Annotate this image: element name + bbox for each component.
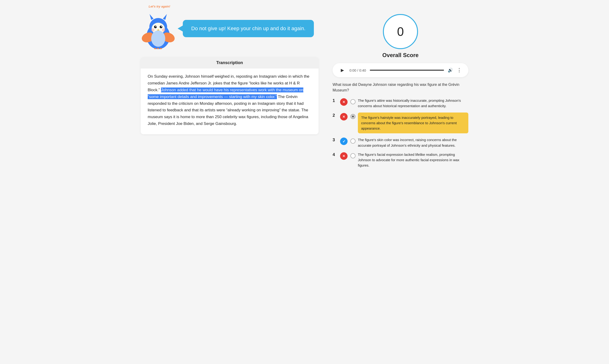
answer-text-3: The figure's skin color was incorrect, r… — [358, 137, 468, 148]
svg-rect-16 — [157, 48, 159, 49]
svg-marker-4 — [150, 14, 154, 20]
answer-icon-correct-3 — [340, 138, 348, 145]
svg-point-14 — [151, 30, 165, 47]
header-area: Let's try again! — [141, 7, 318, 50]
score-circle: 0 — [383, 14, 418, 49]
motivation-message: Do not give up! Keep your chin up and do… — [191, 26, 305, 31]
transcription-body: On Sunday evening, Johnson himself weigh… — [141, 73, 318, 127]
audio-player: ▶ 0:00 / 0:40 🔊 ⋮ — [332, 63, 468, 77]
progress-bar[interactable] — [370, 70, 444, 71]
answer-content-3: The figure's skin color was incorrect, r… — [350, 137, 468, 148]
lets-try-label: Let's try again! — [149, 5, 170, 8]
answer-icon-incorrect-4 — [340, 152, 348, 160]
answer-number-1: 1 — [332, 98, 337, 103]
more-options-button[interactable]: ⋮ — [457, 67, 462, 73]
answer-number-4: 4 — [332, 152, 337, 157]
play-button[interactable]: ▶ — [339, 67, 346, 73]
transcription-section: Transcription On Sunday evening, Johnson… — [141, 57, 318, 134]
svg-point-11 — [155, 26, 156, 27]
svg-point-18 — [151, 28, 155, 32]
left-panel: Let's try again! — [141, 7, 318, 168]
answer-content-2: The figure's hairstyle was inaccurately … — [350, 113, 468, 134]
answer-radio-2[interactable] — [350, 114, 356, 119]
answer-radio-4[interactable] — [350, 153, 356, 158]
speech-bubble: Do not give up! Keep your chin up and do… — [183, 20, 314, 37]
score-container: 0 Overall Score — [332, 14, 468, 58]
svg-rect-15 — [154, 48, 156, 49]
score-value: 0 — [397, 25, 404, 39]
answer-list: 1 The figure's attire was historically i… — [332, 98, 468, 168]
answer-item-2: 2 The figure's hairstyle was inaccuratel… — [332, 113, 468, 134]
answer-item-3: 3 The figure's skin color was incorrect,… — [332, 137, 468, 148]
svg-point-19 — [162, 28, 165, 32]
answer-content-1: The figure's attire was historically ina… — [350, 98, 468, 109]
question-text: What issue did Dwayne Johnson raise rega… — [332, 82, 468, 93]
answer-item-1: 1 The figure's attire was historically i… — [332, 98, 468, 109]
page-container: Let's try again! — [141, 7, 468, 168]
svg-point-9 — [154, 26, 157, 28]
time-display: 0:00 / 0:40 — [349, 68, 366, 72]
answer-text-2: The figure's hairstyle was inaccurately … — [358, 113, 468, 134]
answer-radio-1[interactable] — [350, 99, 356, 104]
svg-point-10 — [160, 26, 162, 28]
answer-text-1: The figure's attire was historically ina… — [358, 98, 468, 109]
radio-check-icon — [351, 114, 355, 119]
answer-item-4: 4 The figure's facial expression lacked … — [332, 152, 468, 168]
svg-rect-17 — [160, 48, 162, 49]
answer-number-3: 3 — [332, 138, 337, 143]
score-label: Overall Score — [383, 52, 419, 58]
answer-icon-incorrect-1 — [340, 98, 348, 106]
svg-marker-5 — [163, 14, 167, 20]
answer-text-4: The figure's facial expression lacked li… — [358, 152, 468, 168]
svg-point-21 — [352, 116, 354, 117]
right-panel: 0 Overall Score ▶ 0:00 / 0:40 🔊 ⋮ What i… — [332, 7, 468, 168]
volume-button[interactable]: 🔊 — [448, 68, 453, 73]
answer-content-4: The figure's facial expression lacked li… — [350, 152, 468, 168]
svg-point-12 — [161, 26, 162, 27]
answer-radio-3[interactable] — [350, 139, 356, 144]
owl-icon — [141, 12, 176, 49]
answer-number-2: 2 — [332, 113, 337, 118]
answer-icon-incorrect-2 — [340, 113, 348, 120]
transcription-header: Transcription — [141, 57, 318, 68]
owl-container: Let's try again! — [141, 7, 178, 50]
